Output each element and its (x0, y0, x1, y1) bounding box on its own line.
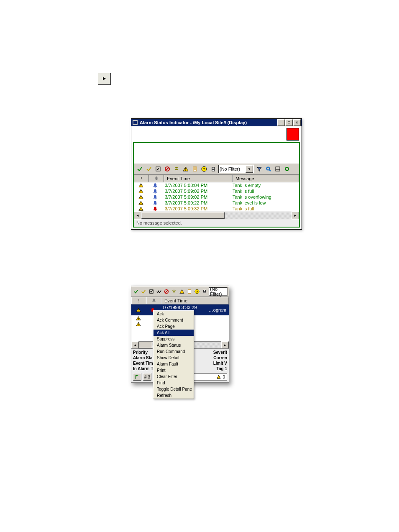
detail-pane-icon[interactable] (274, 165, 282, 173)
grid-header[interactable]: ! Event Time (131, 297, 229, 304)
ack-check-icon[interactable] (148, 287, 154, 296)
report-icon[interactable] (186, 287, 193, 296)
context-menu-item[interactable]: Ack Comment (153, 317, 194, 323)
svg-rect-68 (138, 319, 138, 320)
alarm-grid: ! Event Time 1/7/1998 3:33:29 PM …ogram … (131, 297, 229, 348)
context-menu-item[interactable]: Ack (153, 311, 194, 317)
scroll-thumb[interactable] (139, 342, 152, 348)
warning-icon[interactable] (178, 287, 185, 296)
dropdown-arrow-icon[interactable]: ▼ (246, 165, 253, 173)
print-icon[interactable] (209, 165, 217, 173)
table-row[interactable]: 3/7/2007 5:09:02 PMTank is full (134, 188, 299, 194)
event-time: 3/7/2007 5:09:22 PM (162, 200, 230, 205)
warning-icon[interactable] (182, 165, 190, 173)
close-button[interactable]: × (293, 119, 301, 126)
scroll-right-button[interactable]: ► (221, 341, 229, 349)
scroll-thumb[interactable] (141, 212, 225, 219)
context-menu-item[interactable]: Ack Page (153, 323, 194, 330)
suppress-icon[interactable] (163, 287, 170, 296)
horizontal-scrollbar[interactable]: ◄ ► (134, 212, 299, 219)
ack-mark-icon[interactable] (145, 165, 153, 173)
svg-rect-46 (141, 208, 141, 209)
context-menu-item[interactable]: Run Command (153, 348, 194, 355)
svg-rect-47 (141, 210, 141, 210)
alarm-panel: ? (No Filter) ▼ ! Event Time (133, 142, 300, 228)
titlebar[interactable]: Alarm Status Indicator - /My Local Site/… (131, 119, 302, 126)
context-menu-item[interactable]: Alarm Fault (153, 361, 194, 367)
grid-header[interactable]: ! Event Time Message (134, 175, 299, 182)
bell-icon (148, 189, 162, 194)
context-menu-item[interactable]: Suppress (153, 336, 194, 342)
suppress-icon[interactable] (163, 165, 171, 173)
help-icon[interactable]: ? (200, 165, 208, 173)
col-priority[interactable]: ! (134, 175, 149, 182)
filter-dropdown[interactable]: (No Filter) ▼ (218, 165, 254, 173)
svg-text:?: ? (203, 167, 205, 171)
bell-icon (148, 183, 162, 188)
svg-rect-67 (138, 317, 138, 319)
play-button[interactable] (98, 73, 110, 84)
table-row[interactable]: 3/7/2007 5:09:22 PMTank level is low (134, 200, 299, 206)
col-event-time[interactable]: Event Time (161, 297, 229, 304)
ack-all-icon[interactable] (156, 287, 162, 296)
svg-rect-72 (136, 375, 136, 379)
context-menu-item[interactable]: Toggle Detail Pane (153, 386, 194, 392)
bell-icon (148, 206, 162, 211)
toolbar: ? (No Filter) (131, 286, 229, 297)
priority-icon (134, 206, 148, 211)
svg-rect-39 (141, 198, 141, 198)
col-bell[interactable] (149, 175, 164, 182)
ack-mark-icon[interactable] (140, 287, 147, 296)
bell-icon (148, 194, 162, 200)
bell-icon (148, 200, 162, 205)
event-time: 3/7/2007 5:09:02 PM (162, 189, 230, 194)
find-icon[interactable] (264, 165, 273, 173)
print-icon[interactable] (201, 287, 208, 296)
table-row[interactable]: 3/7/2007 5:08:04 PMTank is empty (134, 182, 299, 188)
context-menu-item[interactable]: Refresh (153, 392, 194, 399)
refresh-icon[interactable] (283, 165, 291, 173)
scroll-left-button[interactable]: ◄ (134, 212, 141, 219)
scroll-left-button[interactable]: ◄ (131, 341, 139, 349)
report-icon[interactable] (191, 165, 199, 173)
table-row[interactable]: 3/7/2007 5:09:02 PMTank is overflowing (134, 194, 299, 200)
paw-icon[interactable] (172, 165, 181, 173)
ack-check-icon[interactable] (154, 165, 162, 173)
svg-rect-21 (212, 170, 215, 171)
col-priority[interactable]: ! (131, 297, 146, 304)
alarm-grid: ! Event Time Message 3/7/2007 5:08:04 PM… (134, 175, 299, 219)
context-menu-item[interactable]: Find (153, 380, 194, 386)
ack-icon[interactable] (133, 287, 139, 296)
svg-point-7 (176, 167, 177, 168)
scroll-right-button[interactable]: ► (292, 212, 299, 219)
svg-rect-61 (204, 290, 206, 292)
context-menu-item[interactable]: Ack All (153, 330, 194, 336)
flag-button[interactable] (133, 373, 141, 381)
svg-marker-56 (179, 290, 184, 294)
context-menu-item[interactable]: Clear Filter (153, 373, 194, 380)
col-event-time[interactable]: Event Time (164, 175, 233, 182)
filter-icon[interactable] (255, 165, 263, 173)
message: Tank is full (230, 206, 299, 211)
context-menu-item[interactable]: Alarm Status (153, 342, 194, 348)
ack-icon[interactable] (136, 165, 144, 173)
detail-label: Event Tim (133, 361, 154, 366)
table-row[interactable]: 3/7/2007 5:09:32 PMTank is full (134, 206, 299, 212)
maximize-button[interactable]: □ (285, 119, 293, 126)
context-menu-item[interactable]: Show Detail (153, 355, 194, 361)
col-message[interactable]: Message (233, 175, 299, 182)
minimize-button[interactable]: _ (277, 119, 285, 126)
col-bell[interactable] (146, 297, 161, 304)
svg-point-8 (177, 167, 178, 168)
svg-rect-63 (138, 309, 138, 310)
paw-icon[interactable] (171, 287, 177, 296)
context-menu-item[interactable]: Print (153, 367, 194, 373)
window-title: Alarm Status Indicator - /My Local Site/… (140, 120, 277, 125)
svg-text:?: ? (196, 290, 198, 293)
svg-line-51 (165, 290, 168, 293)
filter-label: (No Filter) (220, 166, 240, 171)
event-time: 3/7/2007 5:09:32 PM (162, 206, 230, 211)
filter-dropdown[interactable]: (No Filter) (209, 287, 228, 296)
help-icon[interactable]: ? (194, 287, 200, 296)
context-menu[interactable]: AckAck CommentAck PageAck AllSuppressAla… (153, 310, 194, 399)
